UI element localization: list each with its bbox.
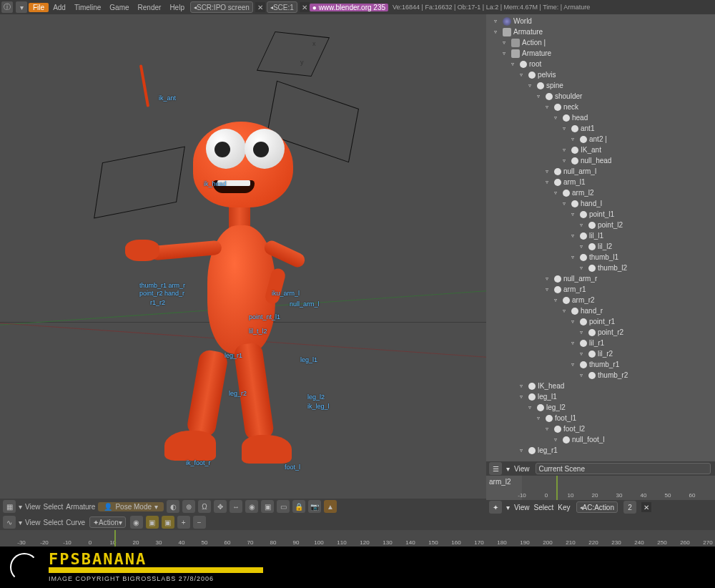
ipo-type-dropdown[interactable]: ✦ Action ▾ — [89, 516, 126, 528]
layers-icon[interactable]: ▭ — [277, 500, 290, 513]
tree-item-null-foot-l[interactable]: ▿null_foot_l — [489, 434, 715, 445]
tree-item-pelvis[interactable]: ▿pelvis — [489, 69, 715, 80]
3d-viewport[interactable]: x y ik_ant ik_head null_arm_l iku_arm_l … — [0, 14, 486, 514]
outliner-tree[interactable]: ▿World▿Armature▿Action |▿Armature▿root▿p… — [486, 14, 715, 461]
info-icon[interactable]: ⓘ — [1, 1, 13, 13]
playhead[interactable] — [556, 476, 558, 500]
action-selector[interactable]: ◂AC:Action — [576, 501, 618, 513]
expand-icon[interactable]: ▾ — [19, 503, 22, 511]
users-button[interactable]: 2 — [623, 501, 636, 514]
action-type-icon[interactable]: ✦ — [489, 501, 502, 514]
tree-item-point-r1[interactable]: ▿point_r1 — [489, 316, 715, 327]
tree-item-point-r2[interactable]: ▿point_r2 — [489, 327, 715, 338]
tree-item-arm-l2[interactable]: ▿arm_l2 — [489, 187, 715, 198]
zoom-in-icon[interactable]: + — [177, 516, 190, 529]
menu-timeline[interactable]: Timeline — [70, 4, 105, 11]
copy-icon[interactable]: ▣ — [146, 516, 159, 529]
widget-rotate-icon[interactable]: ◉ — [245, 500, 258, 513]
tree-item-thumb-l1[interactable]: ▿thumb_l1 — [489, 252, 715, 263]
tree-item-armature[interactable]: ▿Armature — [489, 48, 715, 59]
tree-item-head[interactable]: ▿head — [489, 112, 715, 123]
pivot-icon[interactable]: ⊕ — [182, 500, 195, 513]
tree-item-spine[interactable]: ▿spine — [489, 80, 715, 91]
ipo-type-icon[interactable]: ∿ — [3, 516, 16, 529]
orientation-icon[interactable]: Ω — [198, 500, 211, 513]
action-select-menu[interactable]: Select — [534, 504, 554, 511]
timeline-playhead[interactable] — [114, 530, 116, 547]
screen-selector[interactable]: ◂SCR:IPO screen — [190, 1, 253, 13]
tree-item-null-head[interactable]: ▿null_head — [489, 155, 715, 166]
tree-item-leg-r1[interactable]: ▿leg_r1 — [489, 445, 715, 456]
view-menu[interactable]: View — [25, 503, 41, 511]
tree-item-foot-l1[interactable]: ▿foot_l1 — [489, 413, 715, 423]
tree-item-lil-l2[interactable]: ▿lil_l2 — [489, 241, 715, 252]
tree-item-lil-r1[interactable]: ▿lil_r1 — [489, 338, 715, 348]
nla-ruler[interactable]: -100102030405060 — [522, 476, 715, 500]
ipo-select-menu[interactable]: Select — [44, 519, 64, 526]
tree-item-null-arm-l[interactable]: ▿null_arm_l — [489, 166, 715, 177]
editor-type-icon[interactable]: ▦ — [3, 500, 16, 513]
menu-game[interactable]: Game — [105, 4, 133, 11]
expand-icon[interactable]: ▾ — [19, 519, 22, 526]
action-close-icon[interactable]: ✕ — [641, 502, 651, 512]
tree-item-point-l2[interactable]: ▿point_l2 — [489, 220, 715, 230]
ipo-curve-menu[interactable]: Curve — [66, 519, 85, 526]
tree-item-ik-ant[interactable]: ▿IK_ant — [489, 144, 715, 155]
scene-selector[interactable]: ◂SCE:1 — [267, 1, 297, 13]
tree-item-ant1[interactable]: ▿ant1 — [489, 123, 715, 134]
zoom-out-icon[interactable]: − — [193, 516, 206, 529]
expand-icon[interactable]: ▾ — [506, 465, 510, 473]
tree-item-hand-r[interactable]: ▿hand_r — [489, 305, 715, 316]
render-icon[interactable]: ▲ — [324, 500, 337, 513]
screen-close-icon[interactable]: ✕ — [255, 2, 265, 12]
tree-item-ant2-[interactable]: ▿ant2 | — [489, 134, 715, 144]
lock-icon[interactable]: 🔒 — [292, 500, 305, 513]
paste-icon[interactable]: ▣ — [162, 516, 174, 529]
tree-item-arm-r2[interactable]: ▿arm_r2 — [489, 295, 715, 305]
outliner-view-menu[interactable]: View — [514, 465, 530, 473]
ipo-btn-1[interactable]: ◉ — [130, 516, 143, 529]
widget-translate-icon[interactable]: ↔ — [230, 500, 242, 513]
expand-icon[interactable]: ▾ — [506, 504, 510, 511]
tree-item-lil-l1[interactable]: ▿lil_l1 — [489, 230, 715, 241]
snapshot-icon[interactable]: 📷 — [308, 500, 321, 513]
tree-item-world[interactable]: ▿World — [489, 16, 715, 26]
scene-close-icon[interactable]: ✕ — [300, 2, 310, 12]
tree-item-armature[interactable]: ▿Armature — [489, 26, 715, 37]
mode-dropdown[interactable]: 👤 Pose Mode ▾ — [98, 502, 164, 511]
timeline-ruler-area[interactable]: -30-20-100102030405060708090100110120130… — [0, 530, 715, 547]
nla-channel[interactable]: arm_l2 — [486, 476, 522, 500]
tree-item-ik-head[interactable]: ▿IK_head — [489, 381, 715, 391]
tree-item-leg-l1[interactable]: ▿leg_l1 — [489, 391, 715, 402]
expand-icon[interactable]: ▾ — [16, 1, 27, 13]
tree-item-neck[interactable]: ▿neck — [489, 102, 715, 112]
outliner-scene-dropdown[interactable]: Current Scene — [536, 463, 711, 474]
menu-file[interactable]: File — [29, 3, 49, 12]
url-tab[interactable]: ● www.blender.org 235 — [310, 4, 388, 11]
widget-scale-icon[interactable]: ▣ — [261, 500, 274, 513]
tree-item-arm-r1[interactable]: ▿arm_r1 — [489, 284, 715, 295]
action-view-menu[interactable]: View — [514, 504, 530, 511]
tree-item-thumb-r2[interactable]: ▿thumb_r2 — [489, 370, 715, 381]
tree-item-lil-r2[interactable]: ▿lil_r2 — [489, 348, 715, 359]
tree-item-action-[interactable]: ▿Action | — [489, 37, 715, 48]
select-menu[interactable]: Select — [44, 503, 64, 511]
menu-render[interactable]: Render — [134, 4, 166, 11]
tree-item-point-l1[interactable]: ▿point_l1 — [489, 209, 715, 220]
ipo-view-menu[interactable]: View — [25, 519, 41, 526]
menu-help[interactable]: Help — [165, 4, 189, 11]
shading-icon[interactable]: ◐ — [167, 500, 179, 513]
tree-item-arm-l1[interactable]: ▿arm_l1 — [489, 177, 715, 187]
outliner-type-icon[interactable]: ☰ — [489, 462, 502, 475]
tree-item-hand-l[interactable]: ▿hand_l — [489, 198, 715, 209]
tree-item-foot-l2[interactable]: ▿foot_l2 — [489, 423, 715, 434]
menu-add[interactable]: Add — [49, 4, 70, 11]
tree-item-shoulder[interactable]: ▿shoulder — [489, 91, 715, 102]
tree-item-null-arm-r[interactable]: ▿null_arm_r — [489, 273, 715, 284]
character-model[interactable] — [100, 100, 343, 501]
tree-item-leg-l2[interactable]: ▿leg_l2 — [489, 402, 715, 413]
armature-menu[interactable]: Armature — [66, 503, 95, 511]
action-key-menu[interactable]: Key — [558, 504, 570, 511]
tree-item-thumb-r1[interactable]: ▿thumb_r1 — [489, 359, 715, 370]
manipulator-icon[interactable]: ✥ — [214, 500, 227, 513]
